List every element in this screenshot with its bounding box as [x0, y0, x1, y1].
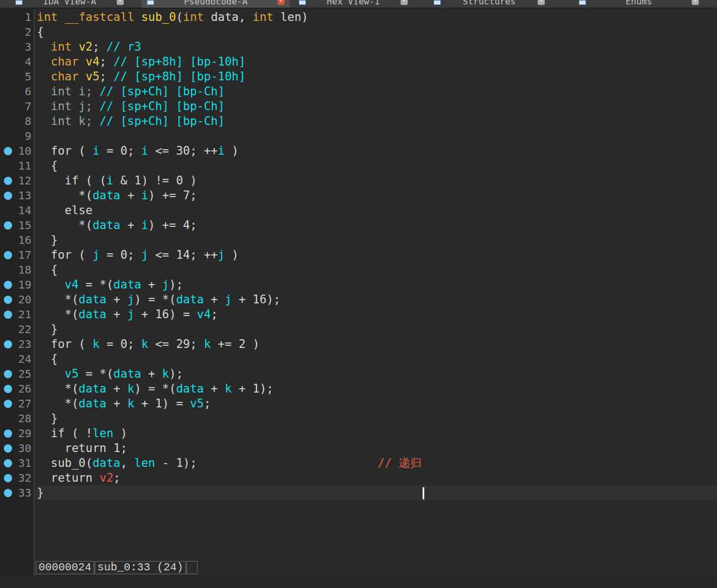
- code-line[interactable]: 5 char v5; // [sp+8h] [bp-10h]: [0, 69, 717, 84]
- line-number: 5: [0, 69, 31, 84]
- code-line[interactable]: 26 *(data + k) = *(data + k + 1);: [0, 382, 717, 396]
- close-icon[interactable]: ✕: [692, 0, 699, 5]
- code-text: {: [37, 159, 58, 173]
- tab-ida-view-a[interactable]: IDA View-A ✕: [10, 0, 129, 8]
- code-text: sub_0(data, len - 1); // 递归: [37, 456, 422, 471]
- code-text: *(data + j) = *(data + j + 16);: [37, 292, 281, 307]
- window-icon: [15, 0, 23, 5]
- code-line[interactable]: 16 }: [0, 233, 717, 248]
- pseudocode-view[interactable]: 1int __fastcall sub_0(int data, int len)…: [0, 9, 717, 576]
- close-icon[interactable]: ✕: [277, 0, 284, 5]
- line-number: 8: [0, 114, 31, 129]
- code-line[interactable]: 1int __fastcall sub_0(int data, int len): [0, 10, 717, 25]
- code-line[interactable]: 14 else: [0, 203, 717, 218]
- code-text: {: [37, 263, 58, 277]
- code-text: v4 = *(data + j);: [37, 277, 183, 292]
- code-line[interactable]: 6 int i; // [sp+Ch] [bp-Ch]: [0, 84, 717, 99]
- code-line[interactable]: 32 return v2;: [0, 471, 717, 486]
- code-text: for ( i = 0; i <= 30; ++i ): [37, 144, 239, 159]
- code-text: }: [37, 411, 58, 426]
- tab-pseudocode-a[interactable]: Pseudocode-A ✕: [141, 0, 290, 8]
- code-text: *(data + j + 16) = v4;: [37, 307, 218, 322]
- status-bar: 00000024 sub_0:33 (24): [36, 561, 198, 574]
- code-text: int i; // [sp+Ch] [bp-Ch]: [37, 84, 225, 99]
- code-line[interactable]: 29 if ( !len ): [0, 426, 717, 441]
- code-line[interactable]: 2{: [0, 25, 717, 40]
- code-text: *(data + i) += 7;: [37, 188, 197, 203]
- code-line[interactable]: 23 for ( k = 0; k <= 29; k += 2 ): [0, 337, 717, 352]
- code-line[interactable]: 18 {: [0, 263, 717, 277]
- tab-label: Structures: [441, 0, 538, 7]
- line-number: 15: [0, 218, 31, 233]
- line-number: 14: [0, 203, 31, 218]
- line-number: 33: [0, 486, 31, 500]
- window-icon: [434, 0, 441, 5]
- code-text: int __fastcall sub_0(int data, int len): [37, 10, 308, 25]
- line-number: 7: [0, 99, 31, 114]
- code-line[interactable]: 30 return 1;: [0, 441, 717, 456]
- code-line[interactable]: 3 int v2; // r3: [0, 40, 717, 55]
- line-number: 1: [0, 10, 31, 25]
- code-line[interactable]: 27 *(data + k + 1) = v5;: [0, 396, 717, 411]
- status-location: sub_0:33 (24): [95, 561, 186, 574]
- code-text: for ( k = 0; k <= 29; k += 2 ): [37, 337, 260, 352]
- code-text: }: [37, 322, 58, 337]
- code-line[interactable]: 31 sub_0(data, len - 1); // 递归: [0, 456, 717, 471]
- code-line[interactable]: 13 *(data + i) += 7;: [0, 188, 717, 203]
- code-text: if ( !len ): [37, 426, 127, 441]
- code-text: return v2;: [37, 471, 121, 486]
- code-line[interactable]: 28 }: [0, 411, 717, 426]
- status-extra-box: [187, 561, 198, 574]
- code-line[interactable]: 8 int k; // [sp+Ch] [bp-Ch]: [0, 114, 717, 129]
- code-text: *(data + i) += 4;: [37, 218, 197, 233]
- code-text: {: [37, 352, 58, 367]
- code-line[interactable]: 25 v5 = *(data + k);: [0, 367, 717, 382]
- code-text: int k; // [sp+Ch] [bp-Ch]: [37, 114, 225, 129]
- code-line[interactable]: 10 for ( i = 0; i <= 30; ++i ): [0, 144, 717, 159]
- line-number: 25: [0, 367, 31, 382]
- code-line[interactable]: 7 int j; // [sp+Ch] [bp-Ch]: [0, 99, 717, 114]
- code-text: if ( (i & 1) != 0 ): [37, 173, 197, 188]
- code-line[interactable]: 19 v4 = *(data + j);: [0, 277, 717, 292]
- code-line[interactable]: 33}: [0, 486, 717, 500]
- close-icon[interactable]: ✕: [117, 0, 124, 5]
- code-text: return 1;: [37, 441, 127, 456]
- line-number: 21: [0, 307, 31, 322]
- tab-enums[interactable]: Enums ✕: [573, 0, 704, 8]
- line-number: 32: [0, 471, 31, 486]
- line-number: 28: [0, 411, 31, 426]
- code-text: }: [37, 486, 44, 500]
- code-line[interactable]: 20 *(data + j) = *(data + j + 16);: [0, 292, 717, 307]
- line-number: 26: [0, 382, 31, 396]
- code-line[interactable]: 15 *(data + i) += 4;: [0, 218, 717, 233]
- line-number: 27: [0, 396, 31, 411]
- close-icon[interactable]: ✕: [401, 0, 408, 5]
- code-line[interactable]: 22 }: [0, 322, 717, 337]
- bottom-strip: [0, 576, 717, 588]
- code-line[interactable]: 9: [0, 129, 717, 144]
- code-text: {: [37, 25, 44, 40]
- code-line[interactable]: 24 {: [0, 352, 717, 367]
- tab-label: IDA View-A: [23, 0, 117, 7]
- code-line[interactable]: 4 char v4; // [sp+8h] [bp-10h]: [0, 55, 717, 69]
- line-number: 19: [0, 277, 31, 292]
- tab-hex-view-1[interactable]: Hex View-1 ✕: [293, 0, 413, 8]
- code-line[interactable]: 17 for ( j = 0; j <= 14; ++j ): [0, 248, 717, 263]
- code-line[interactable]: 21 *(data + j + 16) = v4;: [0, 307, 717, 322]
- line-number: 12: [0, 173, 31, 188]
- tab-label: Hex View-1: [306, 0, 401, 7]
- code-text: else: [37, 203, 92, 218]
- line-number: 30: [0, 441, 31, 456]
- line-number: 2: [0, 25, 31, 40]
- line-number: 10: [0, 144, 31, 159]
- code-line[interactable]: 11 {: [0, 159, 717, 173]
- code-line[interactable]: 12 if ( (i & 1) != 0 ): [0, 173, 717, 188]
- tab-structures[interactable]: Structures ✕: [428, 0, 550, 8]
- line-number: 31: [0, 456, 31, 471]
- line-number: 6: [0, 84, 31, 99]
- code-text: char v5; // [sp+8h] [bp-10h]: [37, 69, 245, 84]
- code-text: v5 = *(data + k);: [37, 367, 183, 382]
- line-number: 29: [0, 426, 31, 441]
- code-text: char v4; // [sp+8h] [bp-10h]: [37, 55, 245, 69]
- close-icon[interactable]: ✕: [538, 0, 545, 5]
